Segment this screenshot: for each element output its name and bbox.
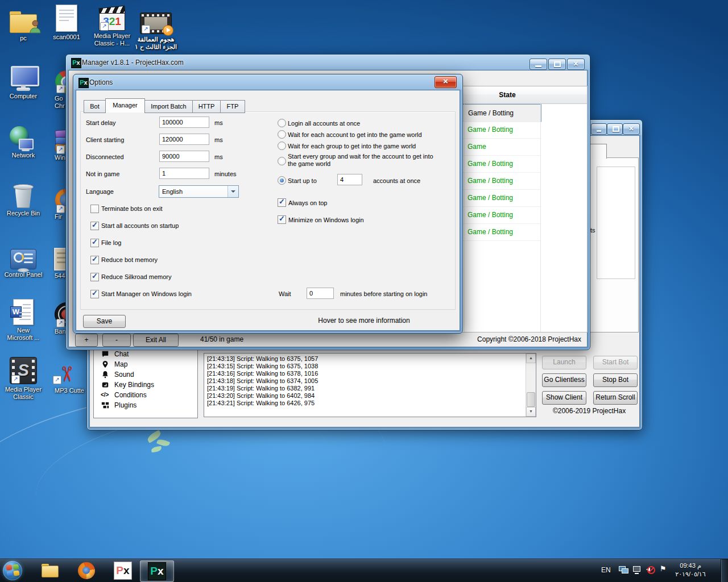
start-manager-login-checkbox[interactable] — [90, 290, 99, 298]
stop-bot-button[interactable]: Stop Bot — [593, 373, 638, 387]
desktop-icon-pc[interactable]: pc — [2, 5, 45, 42]
start-delay-input[interactable] — [159, 117, 209, 128]
wait-group-radio[interactable] — [278, 142, 286, 150]
minimize-button[interactable] — [591, 123, 607, 135]
tray-action-center-flag-icon[interactable]: ⚑ — [660, 564, 667, 573]
tray-volume-muted-icon[interactable] — [646, 566, 655, 573]
tab-http[interactable]: HTTP — [192, 100, 221, 113]
desktop-icon-computer[interactable]: Computer — [2, 63, 45, 100]
wait-input[interactable] — [307, 288, 334, 299]
add-account-button[interactable]: + — [75, 334, 98, 347]
reduce-silkroad-memory-checkbox[interactable] — [90, 273, 99, 281]
exit-all-button[interactable]: Exit All — [133, 334, 179, 347]
desktop-icon-control-panel[interactable]: Control Panel — [2, 241, 45, 278]
desktop-icon-mpc-hc[interactable]: 321 ↗ Media PlayerClassic - H... — [90, 2, 134, 47]
client-starting-unit: ms — [214, 136, 223, 144]
scroll-up-arrow[interactable]: ▲ — [526, 354, 536, 363]
start-up-to-radio[interactable] — [278, 176, 286, 185]
desktop-icon-label: هجوم العمالقةالجزء الثالث ح ١ — [134, 36, 177, 51]
file-log-checkbox[interactable] — [90, 239, 99, 247]
desktop-icon-network[interactable]: Network — [2, 122, 45, 159]
control-panel-icon — [2, 241, 45, 269]
go-clientless-button[interactable]: Go Clientless — [542, 373, 586, 387]
minimize-windows-login-checkbox[interactable] — [278, 215, 286, 224]
start-every-group-radio[interactable] — [278, 157, 286, 165]
recycle-bin-icon — [2, 180, 45, 208]
start-bot-button[interactable]: Start Bot — [593, 356, 638, 369]
log-scrollbar[interactable]: ▲ ▼ — [526, 354, 536, 417]
document-icon — [45, 3, 88, 32]
terminate-bots-checkbox[interactable] — [90, 205, 99, 213]
start-up-to-suffix: accounts at once — [373, 177, 420, 185]
start-delay-unit: ms — [214, 119, 223, 127]
taskbar-explorer-button[interactable] — [34, 560, 66, 581]
save-button[interactable]: Save — [83, 315, 126, 328]
desktop-icon-mp3-cutter[interactable]: ✂↗ MP3 Cutte — [45, 357, 88, 394]
close-button[interactable] — [623, 123, 640, 135]
reduce-silkroad-memory-label: Reduce Silkroad memory — [101, 273, 172, 281]
tab-import-batch[interactable]: Import Batch — [144, 100, 193, 113]
tray-display-icon[interactable] — [619, 566, 629, 574]
taskbar-firefox-button[interactable] — [71, 560, 102, 581]
client-starting-input[interactable] — [159, 134, 209, 145]
tray-network-icon[interactable] — [633, 566, 642, 574]
login-all-label: Login all accounts at once — [288, 120, 447, 127]
language-select[interactable]: English — [159, 185, 239, 198]
scroll-down-arrow[interactable]: ▼ — [526, 407, 536, 417]
start-up-to-label: Start up to — [288, 177, 317, 185]
bell-icon — [101, 371, 110, 379]
show-client-button[interactable]: Show Client — [542, 391, 586, 405]
login-all-radio[interactable] — [278, 119, 286, 127]
start-every-group-label: Start every group and wait for the accou… — [288, 153, 440, 168]
puzzle-icon — [101, 401, 110, 409]
options-dialog[interactable]: Px Options Bot Manager Import Batch HTTP… — [73, 74, 463, 334]
desktop-icon-label: Media PlayerClassic - H... — [90, 32, 134, 47]
always-on-top-checkbox[interactable] — [278, 198, 286, 207]
menu-item-key-bindings[interactable]: Key Bindings — [94, 380, 197, 390]
tab-ftp[interactable]: FTP — [220, 100, 245, 113]
remove-account-button[interactable]: - — [102, 334, 131, 347]
projecthax-logo-icon: Px — [71, 58, 81, 68]
menu-item-map[interactable]: Map — [94, 359, 197, 369]
close-button[interactable] — [567, 59, 585, 70]
maximize-button[interactable] — [548, 59, 566, 70]
language-indicator[interactable]: EN — [601, 566, 611, 574]
tab-bot[interactable]: Bot — [84, 100, 106, 113]
terminate-bots-label: Terminate bots on exit — [101, 205, 163, 213]
menu-item-conditions[interactable]: </> Conditions — [94, 390, 197, 400]
projecthax-logo-icon: Px — [78, 78, 89, 88]
maximize-button[interactable] — [607, 123, 623, 135]
menu-item-sound[interactable]: Sound — [94, 369, 197, 380]
scroll-thumb[interactable] — [527, 392, 535, 407]
launch-button[interactable]: Launch — [542, 356, 586, 369]
taskbar-manager-button[interactable]: Px — [140, 560, 174, 582]
tab-manager[interactable]: Manager — [105, 98, 145, 113]
menu-item-chat[interactable]: Chat — [94, 349, 197, 359]
menu-item-plugins[interactable]: Plugins — [94, 400, 197, 410]
tray-clock[interactable]: 09:43 م ٢٠١٩/٠٥/١٦ — [667, 562, 714, 579]
taskbar-phbot-loader-button[interactable]: Px — [107, 560, 139, 581]
filmstrip-video-icon: ↗ — [134, 11, 177, 34]
firefox-icon — [78, 562, 95, 579]
disconnected-input[interactable] — [159, 151, 209, 162]
not-in-game-input[interactable] — [159, 168, 209, 179]
close-button[interactable] — [435, 76, 457, 88]
return-scroll-button[interactable]: Return Scroll — [593, 391, 638, 405]
desktop-icon-scan0001[interactable]: scan0001 — [45, 3, 88, 41]
bot-log[interactable]: [21:43:13] Script: Walking to 6375, 1057… — [204, 353, 536, 417]
desktop-icon-media-player-classic[interactable]: S↗ Media PlayerClassic — [2, 356, 45, 401]
desktop-icon-attack-on-titan[interactable]: ↗ هجوم العمالقةالجزء الثالث ح ١ — [134, 11, 177, 51]
show-desktop-button[interactable] — [721, 559, 728, 582]
shortcut-arrow-icon: ↗ — [56, 85, 65, 93]
desktop-icon-label: NewMicrosoft ... — [2, 327, 45, 342]
minimize-button[interactable] — [530, 59, 547, 70]
start-button[interactable] — [3, 561, 22, 580]
disconnected-unit: ms — [214, 153, 223, 161]
start-up-to-input[interactable] — [337, 174, 362, 185]
start-all-accounts-checkbox[interactable] — [90, 222, 99, 230]
desktop-icon-label: Recycle Bin — [2, 210, 45, 217]
wait-account-radio[interactable] — [278, 130, 286, 139]
desktop-icon-recycle-bin[interactable]: Recycle Bin — [2, 180, 45, 217]
reduce-bot-memory-checkbox[interactable] — [90, 256, 99, 264]
desktop-icon-new-word-doc[interactable]: W NewMicrosoft ... — [2, 297, 45, 342]
